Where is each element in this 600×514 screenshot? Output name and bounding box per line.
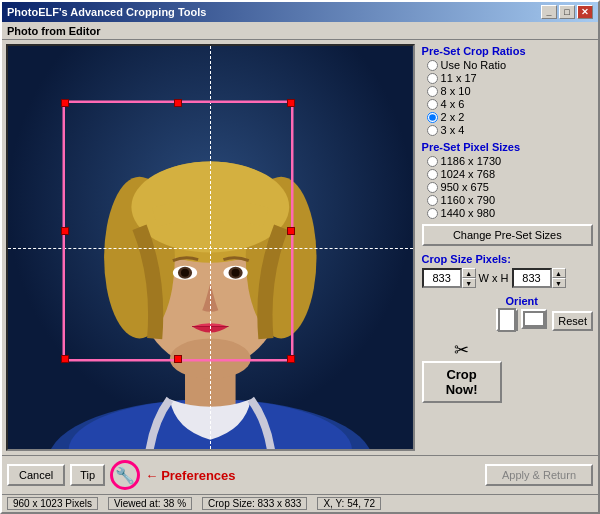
- pixel-950x675-radio[interactable]: [427, 182, 438, 193]
- portrait-icon: [498, 308, 516, 332]
- photo-image: [8, 46, 413, 449]
- minimize-button[interactable]: _: [541, 5, 557, 19]
- ratio-11x17-radio[interactable]: [427, 73, 438, 84]
- preferences-text: Preferences: [161, 468, 235, 483]
- scissors-crop: ✂ Crop Now!: [422, 339, 502, 403]
- action-row: Cancel Tip 🔧 ← Preferences Apply & Retur…: [2, 455, 598, 494]
- preset-ratios-group: Use No Ratio 11 x 17 8 x 10 4 x 6: [422, 59, 593, 136]
- handle-top-left[interactable]: [61, 99, 69, 107]
- pixel-1186x1730[interactable]: 1186 x 1730: [427, 155, 593, 167]
- scissors-icon: ✂: [454, 339, 469, 361]
- pixel-1440x980[interactable]: 1440 x 980: [427, 207, 593, 219]
- ratio-4x6-label: 4 x 6: [441, 98, 465, 110]
- arrow-icon: ←: [145, 468, 158, 483]
- ratio-none-radio[interactable]: [427, 60, 438, 71]
- status-crop-size: Crop Size: 833 x 833: [202, 497, 307, 510]
- change-preset-button[interactable]: Change Pre-Set Sizes: [422, 224, 593, 246]
- height-down-button[interactable]: ▼: [552, 278, 566, 288]
- pixel-1160x790[interactable]: 1160 x 790: [427, 194, 593, 206]
- preset-pixels-section: Pre-Set Pixel Sizes 1186 x 1730 1024 x 7…: [422, 141, 593, 219]
- crop-size-section: Crop Size Pixels: ▲ ▼ W x H ▲: [422, 253, 593, 288]
- bottom-bar: Cancel Tip 🔧 ← Preferences Apply & Retur…: [2, 455, 598, 512]
- ratio-2x2[interactable]: 2 x 2: [427, 111, 593, 123]
- side-panel: Pre-Set Crop Ratios Use No Ratio 11 x 17…: [419, 40, 598, 455]
- height-input[interactable]: [512, 268, 552, 288]
- ratio-11x17-label: 11 x 17: [441, 72, 477, 84]
- pixel-1024x768[interactable]: 1024 x 768: [427, 168, 593, 180]
- handle-bottom-right[interactable]: [287, 355, 295, 363]
- ratio-8x10[interactable]: 8 x 10: [427, 85, 593, 97]
- ratio-11x17[interactable]: 11 x 17: [427, 72, 593, 84]
- orient-buttons: [496, 309, 547, 331]
- orient-portrait-button[interactable]: [496, 309, 518, 331]
- ratio-8x10-label: 8 x 10: [441, 85, 471, 97]
- orient-label: Orient: [506, 295, 538, 307]
- pixel-1186x1730-label: 1186 x 1730: [441, 155, 502, 167]
- orient-section: Orient: [496, 295, 547, 331]
- status-bar: 960 x 1023 Pixels Viewed at: 38 % Crop S…: [2, 494, 598, 512]
- preset-ratios-section: Pre-Set Crop Ratios Use No Ratio 11 x 17…: [422, 45, 593, 136]
- window-title: PhotoELF's Advanced Cropping Tools: [7, 6, 206, 18]
- ratio-none-label: Use No Ratio: [441, 59, 506, 71]
- crop-rectangle[interactable]: [63, 101, 293, 361]
- ratio-4x6[interactable]: 4 x 6: [427, 98, 593, 110]
- pixel-1160x790-radio[interactable]: [427, 195, 438, 206]
- ratio-4x6-radio[interactable]: [427, 99, 438, 110]
- close-button[interactable]: ✕: [577, 5, 593, 19]
- orient-landscape-button[interactable]: [521, 309, 547, 329]
- width-input[interactable]: [422, 268, 462, 288]
- pixel-950x675-label: 950 x 675: [441, 181, 489, 193]
- reset-button[interactable]: Reset: [552, 311, 593, 331]
- handle-left-center[interactable]: [61, 227, 69, 235]
- sub-title-bar: Photo from Editor: [2, 22, 598, 40]
- status-view: Viewed at: 38 %: [108, 497, 192, 510]
- pixel-1024x768-label: 1024 x 768: [441, 168, 495, 180]
- tip-button[interactable]: Tip: [70, 464, 105, 486]
- height-spin: ▲ ▼: [512, 268, 566, 288]
- preset-ratios-title: Pre-Set Crop Ratios: [422, 45, 593, 57]
- crop-size-inputs: ▲ ▼ W x H ▲ ▼: [422, 268, 593, 288]
- ratio-2x2-label: 2 x 2: [441, 111, 465, 123]
- ratio-3x4[interactable]: 3 x 4: [427, 124, 593, 136]
- ratio-none[interactable]: Use No Ratio: [427, 59, 593, 71]
- ratio-2x2-radio[interactable]: [427, 112, 438, 123]
- pixel-1024x768-radio[interactable]: [427, 169, 438, 180]
- height-spin-buttons: ▲ ▼: [552, 268, 566, 288]
- wh-separator: W x H: [479, 272, 509, 284]
- ratio-3x4-label: 3 x 4: [441, 124, 465, 136]
- width-up-button[interactable]: ▲: [462, 268, 476, 278]
- width-down-button[interactable]: ▼: [462, 278, 476, 288]
- preset-pixels-group: 1186 x 1730 1024 x 768 950 x 675 1160 x …: [422, 155, 593, 219]
- handle-bottom-left[interactable]: [61, 355, 69, 363]
- apply-return-button[interactable]: Apply & Return: [485, 464, 593, 486]
- crop-size-label: Crop Size Pixels:: [422, 253, 593, 265]
- pixel-1186x1730-radio[interactable]: [427, 156, 438, 167]
- width-spin-buttons: ▲ ▼: [462, 268, 476, 288]
- status-coords: X, Y: 54, 72: [317, 497, 381, 510]
- sub-title-text: Photo from Editor: [7, 25, 101, 37]
- title-bar-buttons: _ □ ✕: [541, 5, 593, 19]
- crop-now-area: ✂ Crop Now!: [422, 339, 593, 403]
- ratio-8x10-radio[interactable]: [427, 86, 438, 97]
- cancel-button[interactable]: Cancel: [7, 464, 65, 486]
- photo-canvas[interactable]: [6, 44, 415, 451]
- pixel-1440x980-label: 1440 x 980: [441, 207, 495, 219]
- pixel-950x675[interactable]: 950 x 675: [427, 181, 593, 193]
- maximize-button[interactable]: □: [559, 5, 575, 19]
- crop-now-button[interactable]: Crop Now!: [422, 361, 502, 403]
- pixel-1440x980-radio[interactable]: [427, 208, 438, 219]
- handle-top-center[interactable]: [174, 99, 182, 107]
- handle-top-right[interactable]: [287, 99, 295, 107]
- main-window: PhotoELF's Advanced Cropping Tools _ □ ✕…: [0, 0, 600, 514]
- height-up-button[interactable]: ▲: [552, 268, 566, 278]
- preset-pixels-title: Pre-Set Pixel Sizes: [422, 141, 593, 153]
- handle-right-center[interactable]: [287, 227, 295, 235]
- preferences-wrench-button[interactable]: 🔧: [110, 460, 140, 490]
- orient-area: Orient Reset: [422, 295, 593, 331]
- main-content: Pre-Set Crop Ratios Use No Ratio 11 x 17…: [2, 40, 598, 455]
- ratio-3x4-radio[interactable]: [427, 125, 438, 136]
- handle-bottom-center[interactable]: [174, 355, 182, 363]
- title-bar: PhotoELF's Advanced Cropping Tools _ □ ✕: [2, 2, 598, 22]
- pixel-1160x790-label: 1160 x 790: [441, 194, 495, 206]
- landscape-icon: [523, 311, 545, 327]
